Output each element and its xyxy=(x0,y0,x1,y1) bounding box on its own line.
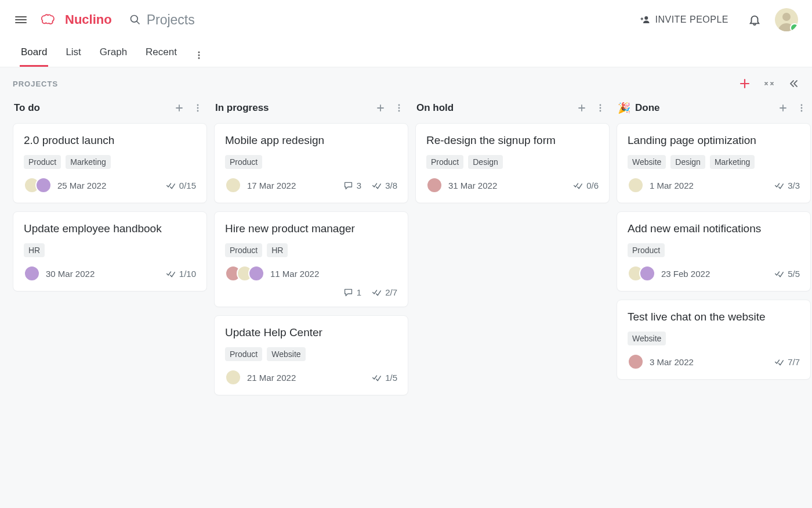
card-footer: 11 Mar 2022 xyxy=(225,265,397,282)
tab-list[interactable]: List xyxy=(64,46,82,67)
plus-icon xyxy=(778,103,788,113)
tag: Product xyxy=(426,155,463,169)
card-avatars xyxy=(24,265,40,282)
brain-icon xyxy=(41,13,60,27)
column-header: In progress xyxy=(214,99,408,123)
avatar xyxy=(225,177,241,193)
card[interactable]: Update employee handbookHR30 Mar 20221/1… xyxy=(13,211,207,291)
user-avatar[interactable] xyxy=(775,8,798,31)
card-title: 2.0 product launch xyxy=(24,134,196,147)
column-header: 🎉Done xyxy=(617,99,811,123)
svg-point-17 xyxy=(801,107,803,109)
svg-point-2 xyxy=(645,16,648,20)
card[interactable]: Re-design the signup formProductDesign31… xyxy=(415,123,610,203)
avatar xyxy=(628,354,644,370)
checklist-icon xyxy=(166,181,176,190)
column-add-button[interactable] xyxy=(374,101,387,115)
card-avatars xyxy=(426,177,443,193)
card[interactable]: Hire new product managerProductHR11 Mar … xyxy=(214,211,408,307)
tab-recent[interactable]: Recent xyxy=(144,46,178,67)
column: To do2.0 product launchProductMarketing2… xyxy=(13,99,207,403)
hide-panel-button[interactable] xyxy=(788,78,799,89)
card-comments: 3 xyxy=(343,181,361,190)
svg-point-18 xyxy=(801,110,803,112)
card-date: 23 Feb 2022 xyxy=(661,269,710,279)
card-title: Landing page optimization xyxy=(628,134,800,147)
search-button[interactable]: Projects xyxy=(129,12,195,28)
svg-point-0 xyxy=(130,16,137,23)
card-title: Update Help Center xyxy=(225,326,397,339)
more-vertical-icon xyxy=(394,103,404,113)
view-tabs: BoardListGraphRecent xyxy=(0,39,812,67)
card-checklist: 0/6 xyxy=(573,181,599,190)
card-date: 1 Mar 2022 xyxy=(650,181,694,190)
svg-point-11 xyxy=(398,107,400,109)
avatar xyxy=(24,265,40,282)
topbar: Nuclino Projects INVITE PEOPLE xyxy=(0,0,812,39)
avatar xyxy=(248,265,264,282)
comment-icon xyxy=(343,287,353,297)
card-tags: Product xyxy=(628,243,800,257)
card-date: 21 Mar 2022 xyxy=(247,373,296,383)
add-item-button[interactable] xyxy=(739,78,751,89)
svg-point-12 xyxy=(398,110,400,112)
tag: Product xyxy=(225,155,262,169)
notifications-button[interactable] xyxy=(748,13,761,26)
bell-icon xyxy=(748,13,761,26)
checklist-icon xyxy=(774,357,784,367)
card-footer: 25 Mar 20220/15 xyxy=(24,177,196,193)
chevrons-left-icon xyxy=(788,78,799,89)
tag: Website xyxy=(628,155,666,169)
tag: Website xyxy=(628,332,666,345)
tab-graph[interactable]: Graph xyxy=(99,46,128,67)
collapse-button[interactable] xyxy=(763,78,775,89)
column-title: Done xyxy=(635,102,771,114)
card-title: Hire new product manager xyxy=(225,222,397,235)
column-title: On hold xyxy=(416,102,570,114)
card-date: 17 Mar 2022 xyxy=(247,181,296,190)
card-avatars xyxy=(24,177,52,193)
card-checklist: 7/7 xyxy=(774,357,800,367)
card-tags: WebsiteDesignMarketing xyxy=(628,155,800,169)
tab-board[interactable]: Board xyxy=(20,46,48,67)
card-footer: 21 Mar 20221/5 xyxy=(225,369,397,385)
card-title: Mobile app redesign xyxy=(225,134,397,147)
invite-label: INVITE PEOPLE xyxy=(655,15,728,25)
invite-people-button[interactable]: INVITE PEOPLE xyxy=(640,15,728,25)
column-add-button[interactable] xyxy=(575,101,589,115)
column-add-button[interactable] xyxy=(172,101,186,115)
column-more-button[interactable] xyxy=(392,101,406,115)
column-more-button[interactable] xyxy=(191,101,205,115)
card[interactable]: Test live chat on the websiteWebsite3 Ma… xyxy=(617,300,811,380)
column-header: On hold xyxy=(415,99,610,123)
card-avatars xyxy=(225,177,241,193)
card-title: Add new email notifications xyxy=(628,222,800,235)
svg-point-8 xyxy=(197,107,199,109)
app-logo[interactable]: Nuclino xyxy=(41,12,112,27)
card-tags: ProductMarketing xyxy=(24,155,196,169)
card[interactable]: 2.0 product launchProductMarketing25 Mar… xyxy=(13,123,207,203)
checklist-icon xyxy=(774,181,784,190)
card-checklist: 2/7 xyxy=(372,287,397,297)
card[interactable]: Update Help CenterProductWebsite21 Mar 2… xyxy=(214,315,408,395)
svg-point-3 xyxy=(782,13,791,21)
svg-point-6 xyxy=(198,57,200,59)
svg-point-4 xyxy=(198,52,200,53)
menu-toggle-button[interactable] xyxy=(14,13,28,27)
app-logo-text: Nuclino xyxy=(65,12,112,27)
tag: HR xyxy=(267,243,288,257)
board-columns: To do2.0 product launchProductMarketing2… xyxy=(13,93,812,403)
card-avatars xyxy=(225,369,241,385)
card-date: 31 Mar 2022 xyxy=(448,181,497,190)
card-date: 30 Mar 2022 xyxy=(46,269,95,279)
column-add-button[interactable] xyxy=(776,101,790,115)
card-footer: 3 Mar 20227/7 xyxy=(628,354,800,370)
column-more-button[interactable] xyxy=(593,101,607,115)
tabs-more-button[interactable] xyxy=(194,51,204,67)
invite-icon xyxy=(640,15,650,25)
card[interactable]: Landing page optimizationWebsiteDesignMa… xyxy=(617,123,811,203)
search-placeholder: Projects xyxy=(147,12,195,28)
card[interactable]: Mobile app redesignProduct17 Mar 202233/… xyxy=(214,123,408,203)
column-more-button[interactable] xyxy=(795,101,809,115)
card[interactable]: Add new email notificationsProduct23 Feb… xyxy=(617,211,811,291)
